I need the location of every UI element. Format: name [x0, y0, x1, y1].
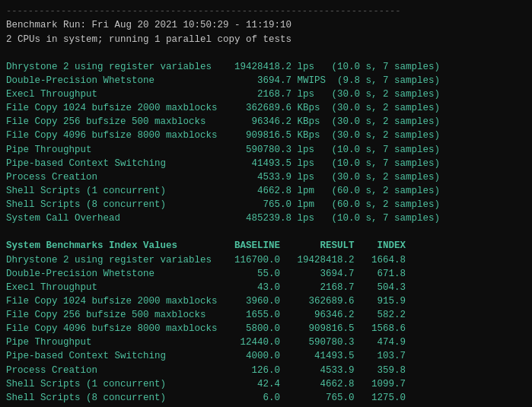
index-row-5: File Copy 4096 bufsize 8000 maxblocks 58… — [6, 323, 406, 334]
result-row-5: File Copy 4096 bufsize 8000 maxblocks 90… — [6, 130, 440, 141]
index-row-2: Execl Throughput 43.0 2168.7 504.3 — [6, 282, 406, 293]
result-row-9: Shell Scripts (1 concurrent) 4662.8 lpm … — [6, 186, 440, 196]
terminal-content: ----------------------------------------… — [6, 5, 526, 407]
result-row-2: Execl Throughput 2168.7 lps (30.0 s, 2 s… — [6, 89, 440, 100]
result-row-10: Shell Scripts (8 concurrent) 765.0 lpm (… — [6, 199, 440, 210]
terminal-window: ----------------------------------------… — [6, 5, 526, 407]
result-row-1: Double-Precision Whetstone 3694.7 MWIPS … — [6, 75, 440, 86]
index-row-7: Pipe-based Context Switching 4000.0 4149… — [6, 351, 406, 361]
index-row-6: Pipe Throughput 12440.0 590780.3 474.9 — [6, 337, 406, 348]
index-row-0: Dhrystone 2 using register variables 116… — [6, 255, 406, 266]
benchmark-run-line: Benchmark Run: Fri Aug 20 2021 10:50:29 … — [6, 20, 291, 30]
divider-top: ----------------------------------------… — [6, 6, 400, 17]
result-row-0: Dhrystone 2 using register variables 194… — [6, 62, 440, 72]
result-row-7: Pipe-based Context Switching 41493.5 lps… — [6, 158, 440, 169]
index-header: System Benchmarks Index Values BASELINE … — [6, 240, 406, 251]
result-row-8: Process Creation 4533.9 lps (30.0 s, 2 s… — [6, 172, 440, 183]
result-row-6: Pipe Throughput 590780.3 lps (10.0 s, 7 … — [6, 145, 440, 155]
index-row-10: Shell Scripts (8 concurrent) 6.0 765.0 1… — [6, 393, 406, 403]
index-row-8: Process Creation 126.0 4533.9 359.8 — [6, 365, 406, 376]
index-row-9: Shell Scripts (1 concurrent) 42.4 4662.8… — [6, 379, 406, 390]
index-row-4: File Copy 256 bufsize 500 maxblocks 1655… — [6, 310, 406, 320]
index-row-1: Double-Precision Whetstone 55.0 3694.7 6… — [6, 269, 406, 279]
result-row-3: File Copy 1024 bufsize 2000 maxblocks 36… — [6, 103, 440, 113]
result-row-4: File Copy 256 bufsize 500 maxblocks 9634… — [6, 116, 440, 127]
cpu-info-line: 2 CPUs in system; running 1 parallel cop… — [6, 34, 291, 45]
result-row-11: System Call Overhead 485239.8 lps (10.0 … — [6, 213, 440, 224]
index-row-3: File Copy 1024 bufsize 2000 maxblocks 39… — [6, 296, 406, 307]
